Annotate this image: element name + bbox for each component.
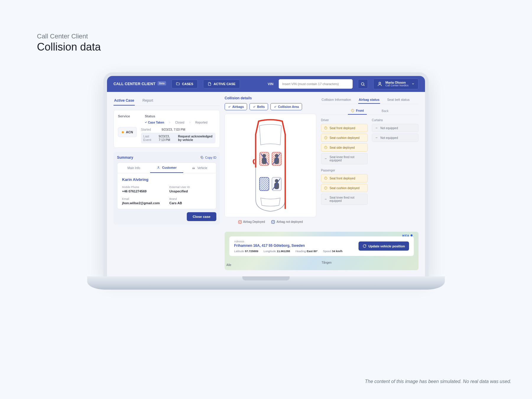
status-dot-icon <box>122 131 124 133</box>
airbag-status-item: Seat front deployed <box>321 174 368 182</box>
user-icon <box>377 81 382 87</box>
warning-icon <box>351 109 354 112</box>
nav-cases-button[interactable]: CASES <box>171 80 198 88</box>
search-button[interactable] <box>358 79 368 89</box>
step-closed: Closed <box>175 121 184 124</box>
started-label: Started <box>141 128 159 131</box>
tab-active-case[interactable]: Active Case <box>113 96 135 106</box>
customer-name: Karin Alvbring <box>122 177 211 182</box>
left-column: Active Case Report Service Status Case T… <box>113 96 220 227</box>
svg-point-1 <box>379 82 381 84</box>
update-position-button[interactable]: Update vehicle position <box>359 241 409 251</box>
page-subtitle: Call Center Client <box>37 33 101 40</box>
warning-icon <box>324 146 327 149</box>
chevron-right-icon <box>168 121 171 124</box>
field-phone: Mobile Phone +46 0761274569 <box>122 185 164 193</box>
car-diagram <box>225 114 316 217</box>
chevron-down-icon <box>411 82 415 85</box>
stat-latitude: Latitude57.725889 <box>234 249 258 253</box>
airbag-status-item: Not equipped <box>372 134 419 142</box>
last-event-box: Last Event 9/23/23, 7:13 PM Request ackn… <box>141 133 215 143</box>
car-top-view-icon <box>248 117 293 214</box>
field-email: Email jhon.willse2@gmail.com <box>122 197 164 205</box>
airbag-status-item: Seat cushion deployed <box>321 184 368 192</box>
airbag-group-driver: Driver Seat front deployedSeat cushion d… <box>321 119 368 166</box>
dash-icon <box>375 136 378 140</box>
status-stepper: Case Taken Closed Reported <box>145 121 215 124</box>
svg-rect-2 <box>202 157 203 159</box>
map-label-tangen: Tången <box>322 261 332 264</box>
tab-vehicle[interactable]: Vehicle <box>183 163 216 173</box>
airbag-status-item: Not equipped <box>372 124 419 132</box>
service-status-card: Service Status Case Taken Closed Reporte… <box>113 110 220 148</box>
dash-icon <box>324 197 327 201</box>
person-icon <box>157 166 160 169</box>
disclaimer: The content of this image has been simul… <box>365 379 511 384</box>
filter-belts[interactable]: Belts <box>249 103 268 110</box>
page-title: Collision data <box>37 41 101 53</box>
legend-swatch-deployed-icon <box>238 220 242 224</box>
app-root: CALL CENTER CLIENT Beta CASES ACTIVE CAS… <box>107 76 425 276</box>
step-case-taken: Case Taken <box>145 121 164 124</box>
search-icon <box>361 82 365 86</box>
field-external-id: External User ID Unspecified <box>169 185 211 193</box>
warning-icon <box>324 176 327 180</box>
tab-back[interactable]: Back <box>379 107 391 115</box>
summary-tabs: Main Info Customer Vehicle <box>117 163 216 173</box>
airbag-group-passenger: Passenger Seat front deployedSeat cushio… <box>321 169 368 206</box>
folder-icon <box>176 82 180 86</box>
check-icon <box>274 105 277 108</box>
filter-collision-area[interactable]: Collision Area <box>270 103 302 110</box>
brand: CALL CENTER CLIENT Beta <box>113 82 166 86</box>
filter-airbags[interactable]: Airbags <box>225 103 247 110</box>
tab-seat-belt-status[interactable]: Seat belt status <box>387 96 410 104</box>
step-reported: Reported <box>195 121 207 124</box>
check-icon <box>253 105 256 108</box>
legend: Airbag Deployed Airbag not deployed <box>225 220 316 224</box>
airbag-status-item: Seat knee fired not equipped <box>321 194 368 205</box>
top-bar: CALL CENTER CLIENT Beta CASES ACTIVE CAS… <box>107 76 425 92</box>
service-header: Service <box>118 114 130 118</box>
page-heading: Call Center Client Collision data <box>37 33 101 53</box>
tab-customer[interactable]: Customer <box>150 163 183 173</box>
tab-front[interactable]: Front <box>348 107 367 115</box>
nav-active-case-button[interactable]: ACTIVE CASE <box>203 80 240 88</box>
field-brand: Brand Cars AB <box>169 197 211 205</box>
copy-id-button[interactable]: Copy ID <box>200 156 216 159</box>
user-menu[interactable]: Maria Olsson Call Center Nordics <box>373 79 419 89</box>
check-icon <box>228 105 231 108</box>
vin-input[interactable] <box>279 79 353 89</box>
warning-icon <box>324 126 327 130</box>
center-column: Collision details Airbags Belts Collisio… <box>225 96 316 227</box>
dash-icon <box>324 157 327 160</box>
airbag-status-item: Seat cushion deployed <box>321 134 368 142</box>
file-icon <box>207 82 212 86</box>
warning-icon <box>324 136 327 140</box>
tab-report[interactable]: Report <box>142 96 154 106</box>
tab-main-info[interactable]: Main Info <box>117 163 150 173</box>
map-panel[interactable]: IKEA Tången Alle Adresss Frihamnen 16A, … <box>225 232 419 270</box>
summary-title: Summary <box>117 155 133 160</box>
chevron-right-icon <box>189 121 191 124</box>
laptop-mockup: CALL CENTER CLIENT Beta CASES ACTIVE CAS… <box>87 72 445 303</box>
svg-rect-18 <box>259 177 269 191</box>
close-case-button[interactable]: Close case <box>187 212 216 221</box>
svg-point-3 <box>158 166 159 168</box>
map-info-overlay: Adresss Frihamnen 16A, 417 55 Göteborg, … <box>229 236 414 256</box>
dash-icon <box>375 126 378 130</box>
car-icon <box>192 166 195 170</box>
address-label: Adresss <box>234 240 343 243</box>
copy-icon <box>200 156 204 159</box>
laptop-base <box>87 276 445 290</box>
tab-airbag-status[interactable]: Airbag status <box>358 96 380 104</box>
tab-collision-info[interactable]: Collision Information <box>321 96 352 104</box>
stat-speed: Speed34 km/h <box>323 249 343 253</box>
stat-heading: HeadingEast 80° <box>295 249 317 253</box>
airbag-status-panel: Collision Information Airbag status Seat… <box>321 96 419 206</box>
legend-swatch-not-deployed-icon <box>271 220 275 224</box>
check-icon <box>145 121 147 124</box>
stat-longitude: Longitude11.961288 <box>264 249 290 253</box>
case-tabs: Active Case Report <box>113 96 220 106</box>
vin-label: VIN <box>268 82 273 86</box>
status-header: Status <box>145 114 155 118</box>
